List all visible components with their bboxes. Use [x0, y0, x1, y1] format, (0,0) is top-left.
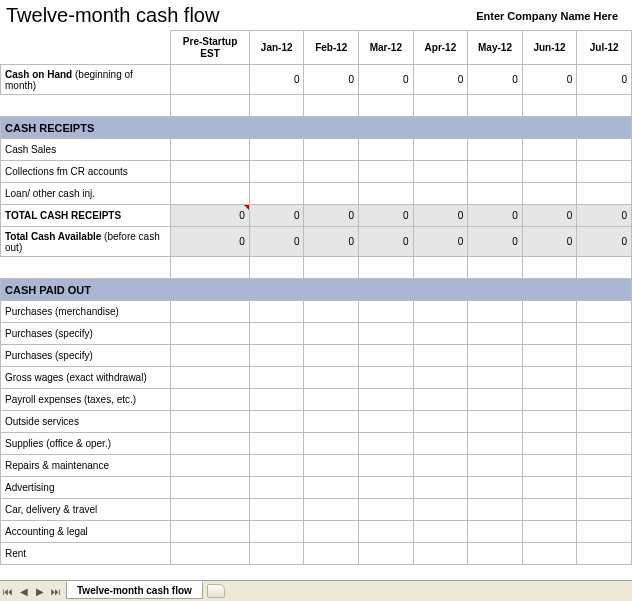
cell[interactable]	[249, 257, 304, 279]
cell[interactable]	[522, 161, 577, 183]
cell[interactable]	[171, 183, 250, 205]
nav-last-icon[interactable]: ⏭	[48, 582, 64, 600]
cell[interactable]	[577, 323, 632, 345]
sheet-tab-active[interactable]: Twelve-month cash flow	[66, 581, 203, 599]
cell[interactable]	[413, 433, 468, 455]
cell[interactable]	[359, 279, 414, 301]
cell[interactable]	[413, 477, 468, 499]
cell[interactable]	[577, 345, 632, 367]
cell[interactable]	[413, 345, 468, 367]
cell[interactable]	[413, 323, 468, 345]
section-label[interactable]: CASH PAID OUT	[1, 279, 171, 301]
cell[interactable]: 0	[522, 205, 577, 227]
row-label[interactable]: Cash Sales	[1, 139, 171, 161]
cell[interactable]	[171, 521, 250, 543]
cell[interactable]	[577, 477, 632, 499]
cell[interactable]	[577, 183, 632, 205]
cell[interactable]	[468, 183, 523, 205]
cell[interactable]	[1, 257, 171, 279]
row-label[interactable]: Purchases (specify)	[1, 345, 171, 367]
col-header-pre[interactable]: Pre-Startup EST	[171, 31, 250, 65]
cell[interactable]: 0	[468, 65, 523, 95]
cell[interactable]	[413, 301, 468, 323]
cell[interactable]	[359, 301, 414, 323]
cell[interactable]	[522, 139, 577, 161]
cell[interactable]	[249, 161, 304, 183]
cell[interactable]: 0	[249, 65, 304, 95]
col-header-m4[interactable]: Apr-12	[413, 31, 468, 65]
cell[interactable]	[1, 95, 171, 117]
cell[interactable]	[413, 117, 468, 139]
cell[interactable]: 0	[249, 227, 304, 257]
label-cash-on-hand[interactable]: Cash on Hand (beginning of month)	[1, 65, 171, 95]
cell[interactable]	[468, 521, 523, 543]
cell[interactable]	[577, 543, 632, 565]
cell[interactable]	[577, 301, 632, 323]
cell[interactable]	[413, 139, 468, 161]
col-header-m3[interactable]: Mar-12	[359, 31, 414, 65]
cell[interactable]	[249, 367, 304, 389]
cell[interactable]	[413, 95, 468, 117]
cell[interactable]	[249, 433, 304, 455]
cell[interactable]	[359, 543, 414, 565]
cell[interactable]	[304, 455, 359, 477]
cell[interactable]	[468, 257, 523, 279]
cell[interactable]	[171, 139, 250, 161]
cell[interactable]	[359, 95, 414, 117]
cell[interactable]	[413, 543, 468, 565]
cell[interactable]	[171, 345, 250, 367]
col-header-m6[interactable]: Jun-12	[522, 31, 577, 65]
cell[interactable]	[468, 477, 523, 499]
row-label[interactable]: Advertising	[1, 477, 171, 499]
cell[interactable]	[468, 367, 523, 389]
row-label[interactable]: Total Cash Available (before cash out)	[1, 227, 171, 257]
cell[interactable]	[249, 389, 304, 411]
cell[interactable]	[577, 95, 632, 117]
cell[interactable]	[359, 345, 414, 367]
cell[interactable]	[522, 95, 577, 117]
cell[interactable]	[304, 139, 359, 161]
cell[interactable]	[171, 65, 250, 95]
cell[interactable]	[468, 411, 523, 433]
cell[interactable]	[249, 279, 304, 301]
cell[interactable]	[359, 389, 414, 411]
cell[interactable]	[249, 95, 304, 117]
cell[interactable]: 0	[468, 227, 523, 257]
cell[interactable]	[171, 411, 250, 433]
cell[interactable]	[522, 367, 577, 389]
col-header-m7[interactable]: Jul-12	[577, 31, 632, 65]
cell[interactable]	[468, 279, 523, 301]
cell[interactable]	[577, 455, 632, 477]
cell[interactable]: 0	[577, 65, 632, 95]
cell[interactable]	[304, 433, 359, 455]
cell[interactable]: 0	[522, 65, 577, 95]
cell[interactable]	[522, 117, 577, 139]
cell[interactable]	[249, 543, 304, 565]
cell[interactable]	[304, 477, 359, 499]
cell[interactable]	[359, 433, 414, 455]
cell[interactable]	[577, 521, 632, 543]
cell[interactable]	[577, 499, 632, 521]
cell[interactable]	[522, 411, 577, 433]
nav-next-icon[interactable]: ▶	[32, 582, 48, 600]
row-label[interactable]: Accounting & legal	[1, 521, 171, 543]
cell[interactable]	[249, 323, 304, 345]
cell[interactable]	[359, 323, 414, 345]
cell[interactable]	[304, 543, 359, 565]
cell[interactable]: 0	[468, 205, 523, 227]
cell[interactable]	[413, 455, 468, 477]
cell[interactable]: 0	[304, 205, 359, 227]
cell[interactable]	[413, 257, 468, 279]
cell[interactable]	[304, 323, 359, 345]
section-label[interactable]: CASH RECEIPTS	[1, 117, 171, 139]
cell[interactable]	[304, 411, 359, 433]
cell[interactable]	[468, 139, 523, 161]
cell[interactable]	[468, 161, 523, 183]
cell[interactable]	[522, 257, 577, 279]
cell[interactable]	[468, 455, 523, 477]
cell[interactable]	[304, 117, 359, 139]
cell[interactable]	[577, 139, 632, 161]
cell[interactable]	[413, 411, 468, 433]
cell[interactable]	[249, 411, 304, 433]
cell[interactable]	[522, 521, 577, 543]
